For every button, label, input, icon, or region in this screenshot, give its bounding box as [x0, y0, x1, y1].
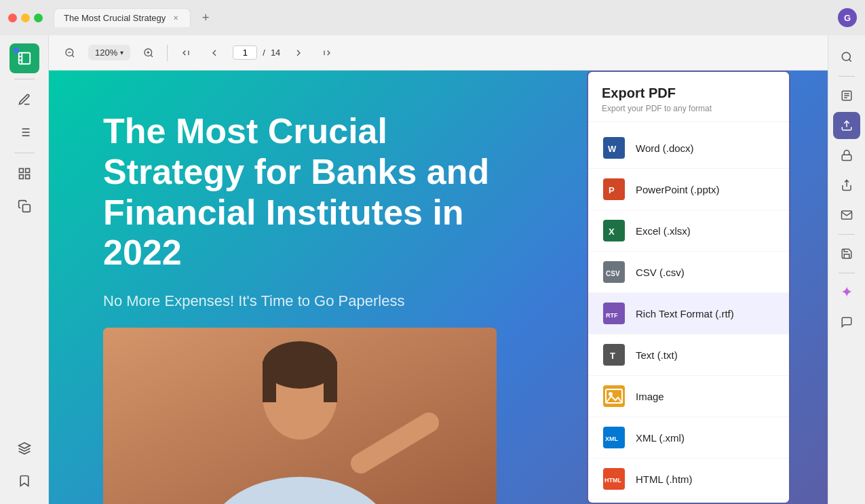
pdf-image	[103, 328, 497, 504]
main-layout: 120% ▾	[0, 35, 865, 504]
sidebar-icon-book[interactable]	[9, 43, 39, 73]
text-label: Text (.txt)	[636, 349, 678, 361]
svg-text:W: W	[608, 144, 617, 154]
next-page-button[interactable]	[288, 43, 309, 63]
svg-text:XML: XML	[605, 435, 619, 442]
sidebar-icon-list[interactable]	[9, 117, 39, 147]
rtf-label: Rich Text Format (.rtf)	[636, 308, 734, 319]
svg-rect-11	[25, 169, 29, 173]
svg-rect-12	[19, 175, 23, 179]
rtf-icon: RTF	[602, 301, 626, 326]
right-divider-1	[839, 76, 855, 77]
tab-title: The Most Crucial Strategy	[64, 13, 166, 23]
export-excel[interactable]: X Excel (.xlsx)	[588, 210, 789, 252]
zoom-level[interactable]: 120% ▾	[88, 45, 130, 60]
xml-label: XML (.xml)	[636, 432, 685, 444]
svg-text:X: X	[609, 227, 615, 237]
svg-rect-10	[19, 169, 23, 173]
export-word[interactable]: W Word (.docx)	[588, 128, 789, 169]
titlebar: The Most Crucial Strategy ✕ + G	[0, 0, 865, 35]
svg-text:RTF: RTF	[606, 312, 618, 319]
export-header: Export PDF Export your PDF to any format	[588, 72, 789, 122]
word-label: Word (.docx)	[636, 142, 694, 154]
csv-label: CSV (.csv)	[636, 267, 685, 278]
image-label: Image	[636, 391, 664, 402]
powerpoint-label: PowerPoint (.pptx)	[636, 184, 719, 195]
sidebar-divider-1	[14, 79, 35, 79]
close-traffic-light[interactable]	[8, 14, 17, 22]
sidebar-icon-copy[interactable]	[9, 191, 39, 221]
active-tab[interactable]: The Most Crucial Strategy ✕	[54, 8, 191, 27]
content-area: 120% ▾	[49, 35, 828, 504]
prev-page-button[interactable]	[204, 43, 225, 63]
export-image[interactable]: Image	[588, 376, 789, 417]
excel-label: Excel (.xlsx)	[636, 225, 691, 237]
svg-marker-15	[18, 443, 30, 448]
right-sidebar: ✦	[828, 35, 865, 504]
export-powerpoint[interactable]: P PowerPoint (.pptx)	[588, 169, 789, 210]
right-ocr-button[interactable]	[833, 82, 860, 109]
right-divider-2	[839, 234, 855, 235]
svg-text:P: P	[609, 185, 615, 195]
svg-line-17	[72, 55, 74, 57]
svg-rect-14	[22, 205, 30, 212]
svg-point-46	[609, 392, 613, 396]
page-input[interactable]	[233, 45, 257, 60]
traffic-lights	[8, 14, 43, 22]
export-xml[interactable]: XML XML (.xml)	[588, 417, 789, 459]
svg-rect-0	[18, 53, 30, 64]
zoom-out-button[interactable]	[60, 43, 80, 63]
svg-line-52	[849, 59, 851, 61]
svg-point-51	[842, 52, 850, 60]
svg-text:T: T	[610, 351, 615, 361]
svg-rect-29	[263, 362, 276, 402]
right-divider-3	[839, 273, 855, 273]
new-tab-button[interactable]: +	[196, 8, 215, 27]
export-csv[interactable]: CSV CSV (.csv)	[588, 252, 789, 293]
export-subtitle: Export your PDF to any format	[602, 104, 775, 113]
sidebar-icon-bookmark[interactable]	[9, 466, 39, 496]
svg-rect-58	[842, 155, 851, 160]
pdf-title: The Most Crucial Strategy for Banks and …	[103, 111, 510, 273]
last-page-button[interactable]	[317, 43, 337, 63]
html-label: HTML (.htm)	[636, 473, 693, 485]
export-rtf[interactable]: RTF Rich Text Format (.rtf)	[588, 293, 789, 334]
right-export-button[interactable]	[833, 112, 860, 139]
sidebar-icon-layers[interactable]	[9, 433, 39, 463]
toolbar: 120% ▾	[49, 35, 828, 71]
sidebar-divider-2	[14, 153, 35, 153]
svg-text:CSV: CSV	[606, 270, 620, 277]
sidebar-dot	[14, 47, 19, 53]
right-share-button[interactable]	[833, 172, 860, 199]
csv-icon: CSV	[602, 260, 626, 284]
export-format-list: W Word (.docx) P PowerPoi	[588, 122, 789, 503]
export-text[interactable]: T Text (.txt)	[588, 334, 789, 376]
export-pdf-panel: Export PDF Export your PDF to any format…	[587, 71, 790, 504]
xml-icon: XML	[602, 425, 626, 450]
right-ai-button[interactable]: ✦	[833, 279, 860, 306]
excel-icon: X	[602, 218, 626, 243]
powerpoint-icon: P	[602, 177, 626, 201]
right-search-button[interactable]	[833, 43, 860, 71]
minimize-traffic-light[interactable]	[21, 14, 30, 22]
svg-rect-13	[25, 175, 29, 179]
tab-close-button[interactable]: ✕	[171, 14, 180, 23]
image-icon	[602, 384, 626, 408]
user-avatar[interactable]: G	[838, 8, 857, 27]
sidebar-icon-pen[interactable]	[9, 85, 39, 115]
sidebar-icon-layout[interactable]	[9, 159, 39, 189]
right-chat-button[interactable]	[833, 309, 860, 336]
html-icon: HTML	[602, 467, 626, 491]
maximize-traffic-light[interactable]	[34, 14, 43, 22]
svg-rect-30	[324, 362, 337, 402]
toolbar-separator	[167, 45, 168, 61]
right-save-button[interactable]	[833, 240, 860, 267]
text-icon: T	[602, 343, 626, 367]
zoom-in-button[interactable]	[138, 43, 159, 63]
first-page-button[interactable]	[176, 43, 196, 63]
person-silhouette	[103, 328, 497, 504]
right-lock-button[interactable]	[833, 142, 860, 169]
right-mail-button[interactable]	[833, 201, 860, 229]
export-html[interactable]: HTML HTML (.htm)	[588, 459, 789, 500]
left-sidebar	[0, 35, 49, 504]
